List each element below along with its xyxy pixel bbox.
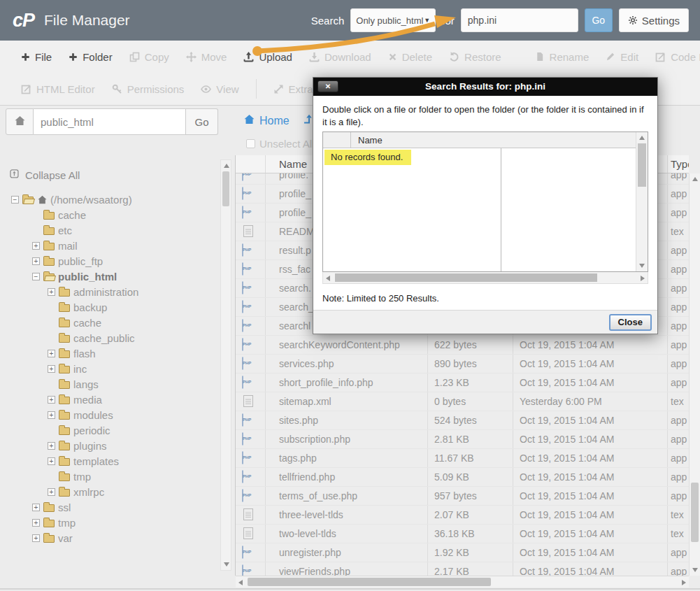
table-row-sites-php[interactable]: sites.php524 bytesOct 19, 2015 1:04 AMap… (236, 411, 689, 430)
tree-item-public-ftp[interactable]: +public_ftp (10, 253, 235, 269)
toolbar-download-button[interactable]: Download (309, 51, 371, 63)
toolbar-file-button[interactable]: File (21, 51, 52, 63)
tree-item-cache[interactable]: cache (10, 207, 235, 222)
table-hscroll-thumb[interactable] (248, 578, 491, 586)
toolbar-html-editor-button[interactable]: HTML Editor (21, 83, 95, 95)
expand-toggle-icon[interactable]: + (32, 534, 40, 542)
results-vscroll-thumb[interactable] (638, 143, 646, 187)
tree-item-cache[interactable]: cache (10, 315, 235, 330)
toolbar-copy-button[interactable]: Copy (129, 51, 169, 63)
table-horizontal-scrollbar[interactable] (236, 576, 689, 588)
tree-item-mail[interactable]: +mail (10, 238, 235, 253)
table-row-unregister-php[interactable]: unregister.php1.92 KBOct 19, 2015 1:04 A… (236, 543, 689, 562)
toolbar-code-editor-button[interactable]: Code Editor (655, 51, 700, 63)
scroll-down-icon[interactable] (692, 568, 698, 572)
settings-button[interactable]: Settings (619, 8, 689, 32)
home-path-button[interactable] (6, 108, 34, 135)
tree-item-media[interactable]: +media (10, 392, 235, 407)
scroll-left-icon[interactable] (238, 580, 243, 585)
tree-item-plugins[interactable]: +plugins (10, 438, 235, 453)
sidebar-scrollbar-thumb[interactable] (222, 171, 229, 206)
scroll-right-icon[interactable] (641, 276, 645, 281)
search-input[interactable] (461, 8, 578, 32)
scroll-down-icon[interactable] (224, 562, 229, 567)
table-row-subscription-php[interactable]: subscription.php2.81 KBOct 19, 2015 1:04… (236, 430, 689, 449)
expand-toggle-icon[interactable]: + (48, 457, 55, 465)
scroll-down-icon[interactable] (639, 264, 645, 268)
search-scope-select[interactable]: Only public_html ▼ (350, 8, 436, 32)
results-horizontal-scrollbar[interactable] (322, 272, 648, 284)
up-one-level-icon[interactable] (303, 114, 313, 127)
table-row-tags-php[interactable]: tags.php11.67 KBOct 19, 2015 1:04 AMapp (236, 449, 689, 468)
tree-item-backup[interactable]: backup (10, 299, 235, 315)
toolbar-edit-button[interactable]: Edit (606, 51, 638, 63)
scroll-up-icon[interactable] (639, 136, 645, 140)
path-go-button[interactable]: Go (186, 108, 218, 135)
toolbar-view-button[interactable]: View (201, 83, 238, 95)
tree-item-cache-public[interactable]: cache_public (10, 330, 235, 346)
name-column-header[interactable]: Name (279, 158, 307, 170)
collapse-all-button[interactable]: Collapse All (10, 166, 235, 183)
unselect-all-checkbox[interactable] (246, 139, 255, 148)
tree-item-modules[interactable]: +modules (10, 407, 235, 422)
toolbar-rename-button[interactable]: Rename (535, 51, 590, 63)
expand-toggle-icon[interactable]: + (32, 519, 40, 527)
collapse-toggle-icon[interactable]: − (11, 196, 19, 204)
table-row-searchkeywordcontent-php[interactable]: searchKeywordContent.php622 bytesOct 19,… (236, 336, 689, 355)
scroll-up-icon[interactable] (692, 177, 698, 181)
table-vertical-scrollbar[interactable] (689, 173, 700, 576)
table-vscroll-thumb[interactable] (691, 483, 699, 542)
expand-toggle-icon[interactable]: + (48, 488, 55, 496)
expand-toggle-icon[interactable]: + (48, 288, 55, 296)
tree-item-flash[interactable]: +flash (10, 346, 235, 361)
table-row-sitemap-xml[interactable]: sitemap.xml0 bytesYesterday 6:00 PMtex (236, 392, 689, 411)
expand-toggle-icon[interactable]: + (32, 504, 40, 511)
scroll-right-icon[interactable] (682, 580, 686, 585)
tree-item-xmlrpc[interactable]: +xmlrpc (10, 484, 235, 499)
scroll-up-icon[interactable] (224, 164, 229, 168)
tree-item-periodic[interactable]: periodic (10, 422, 235, 438)
expand-toggle-icon[interactable]: + (32, 242, 40, 250)
toolbar-upload-button[interactable]: Upload (243, 51, 292, 63)
results-name-header[interactable]: Name (358, 135, 383, 145)
results-vertical-scrollbar[interactable] (636, 132, 648, 271)
tree-item-templates[interactable]: +templates (10, 453, 235, 469)
tree-item-langs[interactable]: langs (10, 376, 235, 392)
search-go-button[interactable]: Go (585, 8, 613, 32)
unselect-all-control[interactable]: Unselect All (246, 138, 314, 150)
tree-item-public-html[interactable]: −public_html (10, 269, 235, 284)
table-row-terms-of-use-php[interactable]: terms_of_use.php957 bytesOct 19, 2015 1:… (236, 487, 689, 506)
scroll-left-icon[interactable] (326, 276, 330, 281)
expand-toggle-icon[interactable]: + (48, 365, 55, 373)
table-row-two-level-tlds[interactable]: two-level-tlds36.18 KBOct 19, 2015 1:04 … (236, 525, 689, 543)
tree-item-tmp[interactable]: tmp (10, 469, 235, 484)
table-row-services-php[interactable]: services.php890 bytesOct 19, 2015 1:04 A… (236, 355, 689, 373)
tree-item-administration[interactable]: +administration (10, 284, 235, 299)
table-row-viewfriends-php[interactable]: viewFriends.php2.17 KBOct 19, 2015 1:04 … (236, 562, 689, 576)
sidebar-scrollbar[interactable] (220, 159, 231, 571)
tree-item-inc[interactable]: +inc (10, 361, 235, 376)
table-row-tellfriend-php[interactable]: tellfriend.php5.09 KBOct 19, 2015 1:04 A… (236, 468, 689, 487)
table-row-three-level-tlds[interactable]: three-level-tlds2.07 KBOct 19, 2015 1:04… (236, 506, 689, 525)
results-hscroll-thumb[interactable] (335, 273, 597, 282)
toolbar-restore-button[interactable]: Restore (449, 51, 501, 63)
tree-item-home-wsaatorg[interactable]: −(/home/wsaatorg) (10, 192, 235, 207)
toolbar-folder-button[interactable]: Folder (69, 51, 113, 63)
expand-toggle-icon[interactable]: + (48, 442, 55, 450)
close-icon[interactable]: ✕ (317, 80, 338, 92)
expand-toggle-icon[interactable]: + (48, 411, 55, 419)
toolbar-move-button[interactable]: Move (186, 51, 227, 63)
home-link[interactable]: Home (244, 114, 290, 127)
expand-toggle-icon[interactable]: + (32, 257, 40, 265)
tree-item-tmp[interactable]: +tmp (10, 515, 235, 530)
toolbar-permissions-button[interactable]: Permissions (112, 83, 185, 95)
expand-toggle-icon[interactable]: + (48, 350, 55, 357)
collapse-toggle-icon[interactable]: − (32, 273, 40, 280)
type-column-header[interactable]: Type (671, 158, 689, 170)
table-row-short-profile-info-php[interactable]: short_profile_info.php1.23 KBOct 19, 201… (236, 373, 689, 392)
toolbar-delete-button[interactable]: Delete (388, 51, 432, 63)
tree-item-etc[interactable]: etc (10, 222, 235, 238)
tree-item-ssl[interactable]: +ssl (10, 499, 235, 515)
close-button[interactable]: Close (609, 314, 652, 331)
tree-item-var[interactable]: +var (10, 530, 235, 546)
